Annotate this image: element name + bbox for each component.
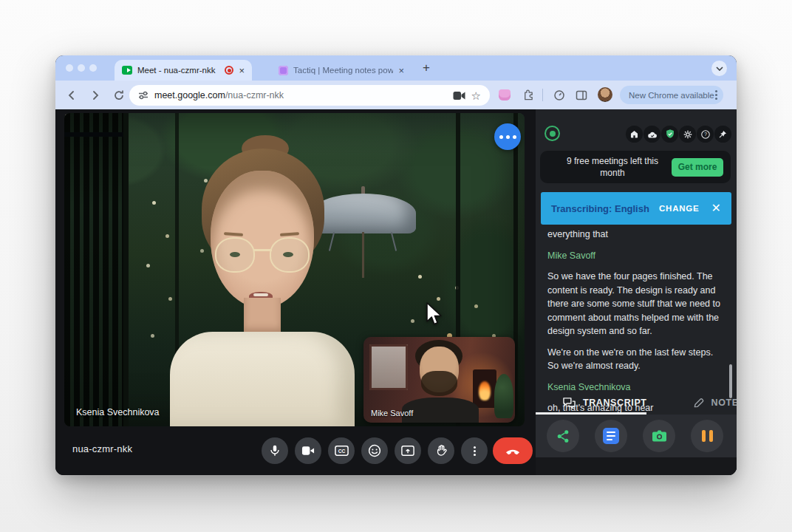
tab-tactiq[interactable]: Tactiq | Meeting notes powe × <box>271 60 412 81</box>
forward-icon[interactable] <box>88 88 102 102</box>
tab-meet-title: Meet - nua-czmr-nkk <box>137 66 219 75</box>
get-more-button[interactable]: Get more <box>672 158 723 177</box>
pip-window <box>369 344 408 390</box>
sidebar-tabs: TRANSCRIPT NOTES <box>536 393 737 412</box>
shield-check-icon[interactable] <box>661 126 678 143</box>
change-language-button[interactable]: CHANGE <box>659 204 700 213</box>
window-minimize-button[interactable] <box>78 64 85 72</box>
transcript-text: everything that <box>547 228 722 242</box>
tab-tactiq-title: Tactiq | Meeting notes powe <box>293 66 393 75</box>
chat-bubbles-icon <box>562 397 576 409</box>
plant <box>494 374 513 418</box>
profile-avatar[interactable] <box>598 87 612 102</box>
transcript-text: So we have the four pages finished. The … <box>547 270 722 338</box>
pencil-icon <box>693 397 705 409</box>
back-icon[interactable] <box>64 88 78 102</box>
tab-meet[interactable]: Meet - nua-czmr-nkk × <box>115 60 252 81</box>
sidebar-footer <box>536 457 737 475</box>
tab-transcript-label: TRANSCRIPT <box>583 398 647 408</box>
close-transcribing-icon[interactable]: ✕ <box>711 202 721 214</box>
captions-button[interactable]: CC <box>328 437 355 464</box>
tab-close-icon[interactable]: × <box>239 66 245 75</box>
url-host: meet.google.com <box>154 90 225 100</box>
tab-strip: Meet - nua-czmr-nkk × Tactiq | Meeting n… <box>55 55 737 81</box>
share-icon <box>556 429 570 443</box>
url-text: meet.google.com/nua-czmr-nkk <box>154 90 447 100</box>
more-options-button[interactable] <box>461 437 488 464</box>
transcribing-label: Transcribing: English <box>551 203 649 214</box>
meet-page: Ksenia Svechnikova Mike Savoff nua-czmr-… <box>55 109 737 475</box>
window-close-button[interactable] <box>66 64 73 72</box>
neck <box>244 298 281 336</box>
browser-window: Meet - nua-czmr-nkk × Tactiq | Meeting n… <box>55 55 737 475</box>
settings-gear-icon[interactable] <box>679 126 696 143</box>
side-panel-icon[interactable] <box>574 88 588 102</box>
camera-in-use-icon[interactable] <box>453 91 465 100</box>
new-tab-button[interactable]: + <box>423 61 430 75</box>
present-screen-button[interactable] <box>395 437 421 464</box>
microphone-button[interactable] <box>262 437 288 464</box>
chrome-update-button[interactable]: New Chrome available <box>620 86 723 104</box>
svg-text:CC: CC <box>338 449 345 454</box>
toolbar-divider <box>542 89 543 101</box>
tab-notes-label: NOTES <box>711 398 737 408</box>
main-video-tile: Ksenia Svechnikova Mike Savoff <box>64 113 525 426</box>
browser-toolbar: meet.google.com/nua-czmr-nkk ☆ New Chrom… <box>55 81 737 109</box>
transcript-speaker: Mike Savoff <box>547 249 722 263</box>
pip-participant-name: Mike Savoff <box>371 409 413 417</box>
fireplace <box>473 369 496 408</box>
document-button[interactable] <box>595 420 627 452</box>
svg-text:?: ? <box>704 132 707 137</box>
meeting-code: nua-czmr-nkk <box>72 443 132 454</box>
reload-icon[interactable] <box>112 88 126 102</box>
shirt <box>170 332 355 426</box>
tactiq-chat-bubble-icon[interactable] <box>494 123 521 150</box>
url-path: /nua-czmr-nkk <box>225 90 284 100</box>
tactiq-extension-icon[interactable] <box>499 89 511 100</box>
tactiq-action-bar <box>536 415 737 457</box>
window-zoom-button[interactable] <box>89 64 97 72</box>
main-participant-name: Ksenia Svechnikova <box>76 407 160 417</box>
free-meetings-text: 9 free meetings left this month <box>556 155 669 179</box>
bookmark-star-icon[interactable]: ☆ <box>471 90 481 101</box>
raise-hand-button[interactable] <box>428 437 454 464</box>
tactiq-favicon <box>279 66 288 75</box>
cloud-icon[interactable] <box>644 126 660 143</box>
tab-notes[interactable]: NOTES <box>693 397 737 409</box>
address-bar[interactable]: meet.google.com/nua-czmr-nkk ☆ <box>129 85 490 106</box>
camera-icon <box>652 429 667 443</box>
pause-icon <box>702 430 713 442</box>
transcribing-bar: Transcribing: English CHANGE ✕ <box>541 192 731 225</box>
free-meetings-banner: 9 free meetings left this month Get more <box>540 151 731 183</box>
reactions-button[interactable] <box>361 437 388 464</box>
chrome-update-label: New Chrome available <box>629 91 714 100</box>
share-button[interactable] <box>547 420 579 452</box>
pip-video-tile[interactable]: Mike Savoff <box>363 337 515 423</box>
browser-menu-icon[interactable] <box>715 94 717 96</box>
help-icon[interactable]: ? <box>697 126 714 143</box>
tactiq-recording-icon <box>544 126 560 141</box>
home-icon[interactable] <box>626 126 643 143</box>
pin-icon[interactable] <box>714 126 731 143</box>
camera-button[interactable] <box>295 437 321 464</box>
tactiq-sidebar: ? 9 free meetings left this month Get mo… <box>536 109 737 475</box>
screenshot-button[interactable] <box>643 420 675 452</box>
tab-close-icon[interactable]: × <box>398 66 404 75</box>
pause-button[interactable] <box>691 420 723 452</box>
meet-favicon <box>122 66 132 75</box>
transcript-speaker: Ksenia Svechnikova <box>547 381 722 395</box>
tab-search-chevron-icon[interactable] <box>711 61 727 76</box>
mouse-cursor <box>426 301 443 330</box>
tab-transcript[interactable]: TRANSCRIPT <box>562 397 647 409</box>
end-call-button[interactable] <box>493 437 533 464</box>
performance-icon[interactable] <box>552 88 566 102</box>
transcript-text: We're on the we're on the last few steps… <box>547 346 722 373</box>
site-settings-icon[interactable] <box>138 90 148 100</box>
doc-icon <box>603 428 619 444</box>
tab-recording-indicator <box>225 66 233 75</box>
extensions-puzzle-icon[interactable] <box>521 88 535 102</box>
